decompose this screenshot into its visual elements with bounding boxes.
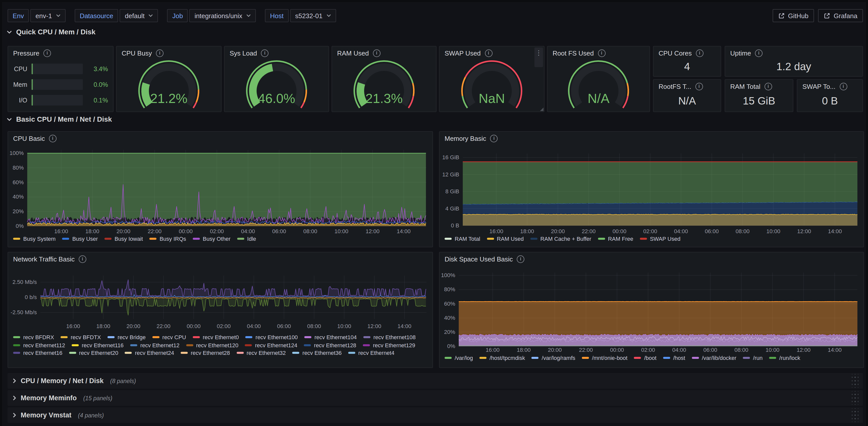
legend-item[interactable]: RAM Total — [444, 236, 480, 242]
info-icon[interactable]: i — [598, 50, 605, 57]
legend-item[interactable]: recv Ethernet36 — [292, 350, 342, 356]
legend-item[interactable]: recv Ethernet32 — [237, 350, 286, 356]
legend-item[interactable]: recv Ethernet20 — [69, 350, 118, 356]
panel-title-cpu-cores[interactable]: CPU Cores i — [653, 47, 721, 60]
variable-value-env[interactable]: env-1 — [31, 9, 66, 22]
row-cpu-memory-net-disk[interactable]: CPU / Memory / Net / Disk (8 panels) — [7, 373, 863, 389]
info-icon[interactable]: i — [261, 50, 269, 57]
info-icon[interactable]: i — [156, 50, 163, 57]
legend-item[interactable]: recv BFDTX — [61, 334, 101, 340]
github-link-button[interactable]: GitHub — [772, 9, 814, 22]
row-title: CPU / Memory / Net / Disk — [21, 377, 104, 385]
info-icon[interactable]: i — [696, 50, 704, 57]
legend-item[interactable]: Busy Other — [193, 236, 230, 242]
legend-item[interactable]: recv Ethernet112 — [13, 342, 65, 348]
legend-item[interactable]: /var/log — [444, 355, 473, 361]
network-traffic-legend: recv BFDRXrecv BFDTXrecv Bridgerecv CPUr… — [13, 334, 431, 356]
info-icon[interactable]: i — [490, 135, 498, 142]
legend-item[interactable]: recv Ethernet104 — [304, 334, 357, 340]
variable-label-env[interactable]: Env — [7, 9, 29, 22]
legend-item[interactable]: /mnt/onie-boot — [582, 355, 627, 361]
legend-item[interactable]: recv Ethernet124 — [245, 342, 298, 348]
info-icon[interactable]: i — [485, 50, 492, 57]
legend-item[interactable]: recv Ethernet24 — [125, 350, 174, 356]
panel-rootfs-total: RootFS T... i N/A — [653, 79, 721, 112]
resize-handle[interactable] — [540, 108, 544, 111]
cpu-basic-chart[interactable]: 16:0018:0020:0022:0000:0002:0004:0006:00… — [8, 132, 433, 247]
info-icon[interactable]: i — [49, 135, 57, 142]
info-icon[interactable]: i — [373, 50, 380, 57]
panel-title-sys-load[interactable]: Sys Load i — [224, 47, 329, 60]
panel-title-cpu-busy[interactable]: CPU Busy i — [117, 47, 221, 60]
legend-item[interactable]: recv Ethernet128 — [304, 342, 356, 348]
legend-item[interactable]: recv Ethernet116 — [72, 342, 124, 348]
legend-item[interactable]: /var/lib/docker — [692, 355, 736, 361]
legend-item[interactable]: Busy User — [62, 236, 98, 242]
legend-item[interactable]: recv Ethernet129 — [363, 342, 415, 348]
legend-item[interactable]: RAM Free — [598, 236, 633, 242]
panel-title-swap-used[interactable]: SWAP Used i — [439, 47, 544, 60]
drag-handle-icon[interactable] — [852, 391, 859, 405]
legend-item[interactable]: recv Ethernet108 — [363, 334, 416, 340]
row-header-basic-cpu-mem-net-disk[interactable]: Basic CPU / Mem / Net / Disk — [6, 114, 112, 124]
legend-item[interactable]: Busy Iowait — [104, 236, 143, 242]
panel-title-swap-total[interactable]: SWAP To... i — [797, 80, 863, 93]
variable-label-job[interactable]: Job — [167, 9, 188, 22]
legend-item[interactable]: /host — [663, 355, 685, 361]
drag-handle-icon[interactable] — [852, 408, 859, 422]
legend-item[interactable]: recv Ethernet4 — [348, 350, 394, 356]
legend-item[interactable]: /host/tpcmdisk — [479, 355, 525, 361]
info-icon[interactable]: i — [695, 83, 703, 90]
row-memory-vmstat[interactable]: Memory Vmstat (4 panels) — [7, 407, 863, 423]
info-icon[interactable]: i — [79, 255, 86, 263]
grafana-link-button[interactable]: Grafana — [818, 9, 863, 22]
variable-label-host[interactable]: Host — [265, 9, 288, 22]
panel-menu-icon[interactable]: ⋮ — [534, 48, 543, 67]
panel-title-rootfs-total[interactable]: RootFS T... i — [653, 80, 721, 93]
panel-title-cpu-basic[interactable]: CPU Basic i — [8, 132, 433, 145]
legend-item[interactable]: recv Bridge — [107, 334, 146, 340]
legend-item[interactable]: recv CPU — [152, 334, 186, 340]
panel-title-memory-basic[interactable]: Memory Basic i — [439, 132, 864, 145]
panel-title-pressure[interactable]: Pressure i — [8, 47, 113, 60]
info-icon[interactable]: i — [755, 50, 763, 57]
legend-item[interactable]: recv Ethernet0 — [192, 334, 239, 340]
legend-item[interactable]: /run — [743, 355, 763, 361]
panel-title-ram-used[interactable]: RAM Used i — [332, 47, 436, 60]
info-icon[interactable]: i — [517, 255, 524, 263]
x-axis-tick-label: 04:00 — [241, 228, 255, 235]
info-icon[interactable]: i — [764, 83, 772, 90]
legend-item[interactable]: /var/log/ramfs — [532, 355, 575, 361]
legend-item[interactable]: Busy System — [13, 236, 56, 242]
variable-value-datasource[interactable]: default — [120, 9, 158, 22]
legend-item[interactable]: /run/lock — [769, 355, 800, 361]
panel-title-uptime[interactable]: Uptime i — [725, 47, 863, 60]
memory-basic-chart[interactable]: 16:0018:0020:0022:0000:0002:0004:0006:00… — [439, 132, 864, 247]
panel-title-ram-total[interactable]: RAM Total i — [725, 80, 793, 93]
drag-handle-icon[interactable] — [852, 374, 859, 388]
legend-item[interactable]: RAM Used — [487, 236, 524, 242]
legend-item[interactable]: recv Ethernet16 — [13, 350, 62, 356]
panel-network-traffic-basic: Network Traffic Basic i 16:0018:0020:002… — [7, 252, 433, 368]
legend-item[interactable]: recv Ethernet28 — [181, 350, 230, 356]
legend-item[interactable]: Idle — [237, 236, 256, 242]
disk-space-chart[interactable]: 16:0018:0020:0022:0000:0002:0004:0006:00… — [439, 252, 864, 367]
legend-item[interactable]: recv BFDRX — [13, 334, 54, 340]
legend-item[interactable]: recv Ethernet120 — [186, 342, 239, 348]
panel-title-disk-space[interactable]: Disk Space Used Basic i — [439, 252, 864, 266]
info-icon[interactable]: i — [43, 50, 51, 57]
info-icon[interactable]: i — [839, 83, 847, 90]
variable-label-datasource[interactable]: Datasource — [75, 9, 118, 22]
legend-item[interactable]: Busy IRQs — [149, 236, 186, 242]
legend-item[interactable]: /boot — [634, 355, 656, 361]
legend-item[interactable]: RAM Cache + Buffer — [530, 236, 591, 242]
legend-item[interactable]: recv Ethernet100 — [246, 334, 298, 340]
legend-item[interactable]: SWAP Used — [640, 236, 681, 242]
variable-value-host[interactable]: s5232-01 — [290, 9, 336, 22]
variable-value-job[interactable]: integrations/unix — [189, 9, 256, 22]
legend-item[interactable]: recv Ethernet12 — [130, 342, 179, 348]
row-header-quick-cpu-mem-disk[interactable]: Quick CPU / Mem / Disk — [6, 27, 95, 37]
panel-title-network-traffic[interactable]: Network Traffic Basic i — [8, 252, 433, 266]
panel-title-rootfs-used[interactable]: Root FS Used i — [548, 47, 650, 60]
row-memory-meminfo[interactable]: Memory Meminfo (15 panels) — [7, 390, 863, 406]
